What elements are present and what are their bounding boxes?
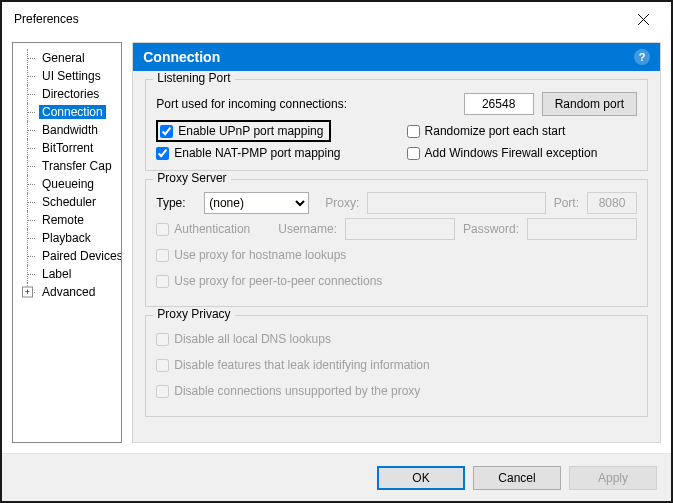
sidebar-item-ui-settings[interactable]: UI Settings [15, 67, 119, 85]
dns-check-input [156, 333, 169, 346]
listening-port-group: Listening Port Port used for incoming co… [145, 79, 648, 171]
upnp-highlight: Enable UPnP port mapping [156, 120, 331, 142]
leak-checkbox: Disable features that leak identifying i… [156, 358, 429, 372]
username-label: Username: [278, 222, 337, 236]
sidebar-item-label: Scheduler [39, 195, 99, 209]
sidebar-item-playback[interactable]: Playback [15, 229, 119, 247]
random-port-button[interactable]: Random port [542, 92, 637, 116]
close-icon [638, 14, 649, 25]
upnp-check-input[interactable] [160, 125, 173, 138]
sidebar-item-label: Connection [39, 105, 106, 119]
window-title: Preferences [14, 12, 623, 26]
sidebar-item-label: UI Settings [39, 69, 104, 83]
leak-check-input [156, 359, 169, 372]
port-label: Port used for incoming connections: [156, 97, 455, 111]
sidebar-item-queueing[interactable]: Queueing [15, 175, 119, 193]
sidebar-item-bittorrent[interactable]: BitTorrent [15, 139, 119, 157]
dns-checkbox: Disable all local DNS lookups [156, 332, 331, 346]
sidebar-item-label: Bandwidth [39, 123, 101, 137]
content-panel: Connection ? Listening Port Port used fo… [132, 42, 661, 443]
proxy-host-label: Proxy: [325, 196, 359, 210]
p2p-proxy-checkbox: Use proxy for peer-to-peer connections [156, 274, 382, 288]
apply-button[interactable]: Apply [569, 466, 657, 490]
sidebar-item-transfer-cap[interactable]: Transfer Cap [15, 157, 119, 175]
sidebar-item-directories[interactable]: Directories [15, 85, 119, 103]
sidebar-item-label: Remote [39, 213, 87, 227]
cancel-button[interactable]: Cancel [473, 466, 561, 490]
sidebar-item-label: Label [39, 267, 74, 281]
password-label: Password: [463, 222, 519, 236]
hostname-check-input [156, 249, 169, 262]
proxy-server-group: Proxy Server Type: (none) Proxy: Port: [145, 179, 648, 307]
panel-header: Connection ? [133, 43, 660, 71]
sidebar-item-paired-devices[interactable]: Paired Devices [15, 247, 119, 265]
sidebar-item-general[interactable]: General [15, 49, 119, 67]
proxy-port-input [587, 192, 637, 214]
dialog-body: GeneralUI SettingsDirectoriesConnectionB… [2, 36, 671, 453]
sidebar-item-label: Directories [39, 87, 102, 101]
sidebar-item-label: Transfer Cap [39, 159, 115, 173]
proxy-host-input [367, 192, 545, 214]
sidebar-item-connection[interactable]: Connection [15, 103, 119, 121]
close-button[interactable] [623, 5, 663, 33]
help-icon[interactable]: ? [634, 49, 650, 65]
randomize-check-input[interactable] [407, 125, 420, 138]
natpmp-check-input[interactable] [156, 147, 169, 160]
group-title: Proxy Server [153, 171, 230, 185]
firewall-checkbox[interactable]: Add Windows Firewall exception [407, 146, 637, 160]
unsupported-checkbox: Disable connections unsupported by the p… [156, 384, 420, 398]
sidebar-item-label: General [39, 51, 88, 65]
sidebar-item-label: Playback [39, 231, 94, 245]
expand-icon[interactable]: + [22, 287, 33, 298]
port-input[interactable] [464, 93, 534, 115]
proxy-port-label: Port: [554, 196, 579, 210]
sidebar-item-bandwidth[interactable]: Bandwidth [15, 121, 119, 139]
proxy-privacy-group: Proxy Privacy Disable all local DNS look… [145, 315, 648, 417]
auth-check-input [156, 223, 169, 236]
sidebar-item-scheduler[interactable]: Scheduler [15, 193, 119, 211]
sidebar-item-label: Queueing [39, 177, 97, 191]
group-title: Proxy Privacy [153, 307, 234, 321]
auth-checkbox: Authentication [156, 222, 250, 236]
preferences-dialog: Preferences GeneralUI SettingsDirectorie… [0, 0, 673, 503]
ok-button[interactable]: OK [377, 466, 465, 490]
proxy-type-label: Type: [156, 196, 196, 210]
sidebar-tree[interactable]: GeneralUI SettingsDirectoriesConnectionB… [12, 42, 122, 443]
hostname-lookup-checkbox: Use proxy for hostname lookups [156, 248, 346, 262]
sidebar-item-label: Paired Devices [39, 249, 122, 263]
username-input [345, 218, 455, 240]
p2p-check-input [156, 275, 169, 288]
upnp-checkbox[interactable]: Enable UPnP port mapping [160, 124, 323, 138]
titlebar: Preferences [2, 2, 671, 36]
randomize-checkbox[interactable]: Randomize port each start [407, 120, 637, 142]
sidebar-item-advanced[interactable]: +Advanced [15, 283, 119, 301]
sidebar-item-label: Advanced [39, 285, 98, 299]
sidebar-item-label[interactable]: Label [15, 265, 119, 283]
natpmp-checkbox[interactable]: Enable NAT-PMP port mapping [156, 146, 386, 160]
firewall-check-input[interactable] [407, 147, 420, 160]
proxy-type-select[interactable]: (none) [204, 192, 309, 214]
dialog-footer: OK Cancel Apply [2, 453, 671, 501]
unsupported-check-input [156, 385, 169, 398]
password-input [527, 218, 637, 240]
group-title: Listening Port [153, 71, 234, 85]
sidebar-item-label: BitTorrent [39, 141, 96, 155]
panel-body: Listening Port Port used for incoming co… [133, 71, 660, 442]
panel-title: Connection [143, 49, 220, 65]
sidebar-item-remote[interactable]: Remote [15, 211, 119, 229]
